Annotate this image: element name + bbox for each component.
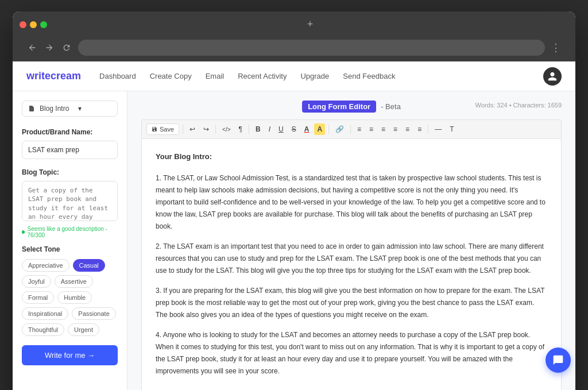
align-center-button[interactable]: ≡	[366, 123, 376, 135]
toolbar-divider-4	[328, 125, 329, 134]
write-for-me-button[interactable]: Write for me →	[22, 345, 118, 365]
avatar[interactable]	[543, 67, 562, 86]
link-button[interactable]: 🔗	[332, 123, 347, 135]
blog-divider: -----	[156, 385, 547, 390]
main-editor: Long Form Editor - Beta Words: 324 • Cha…	[127, 91, 575, 390]
close-button[interactable]	[20, 21, 26, 28]
tone-joyful[interactable]: Joyful	[22, 275, 51, 288]
tone-section-label: Select Tone	[22, 245, 118, 253]
tone-urgent[interactable]: Urgent	[68, 323, 99, 336]
tone-assertive[interactable]: Assertive	[55, 275, 93, 288]
new-tab-button[interactable]: +	[52, 17, 568, 32]
tone-passionate[interactable]: Passionate	[72, 307, 115, 320]
app-content: Blog Intro ▾ Product/Brand Name: Blog To…	[13, 91, 575, 390]
logo: writecream	[26, 70, 81, 82]
tone-casual[interactable]: Casual	[73, 259, 105, 272]
align-left-button[interactable]: ≡	[354, 123, 364, 135]
editor-subtitle: - Beta	[381, 102, 401, 111]
word-count: Words: 324 • Characters: 1659	[421, 102, 562, 109]
ordered-list-button[interactable]: ≡	[415, 123, 424, 135]
highlight-button[interactable]: A	[314, 123, 325, 135]
char-count: Seems like a good description - 76/300	[22, 226, 118, 238]
align-right-button[interactable]: ≡	[378, 123, 388, 135]
nav-links: Dashboard Create Copy Email Recent Activ…	[99, 72, 525, 80]
address-bar[interactable]	[78, 40, 545, 56]
text-format-button[interactable]: T	[447, 123, 457, 135]
sidebar: Blog Intro ▾ Product/Brand Name: Blog To…	[13, 91, 127, 390]
editor-badge: Long Form Editor	[302, 101, 376, 113]
toolbar-divider-2	[215, 125, 216, 134]
product-label: Product/Brand Name:	[22, 128, 118, 136]
tone-thoughtful[interactable]: Thoughtful	[22, 323, 64, 336]
blog-paragraph-2: 2. The LSAT exam is an important test th…	[156, 241, 547, 277]
toolbar-divider-1	[183, 125, 183, 134]
blog-paragraph-1: 1. The LSAT, or Law School Admission Tes…	[156, 172, 547, 233]
top-navigation: writecream Dashboard Create Copy Email R…	[13, 61, 575, 91]
traffic-lights	[20, 21, 47, 28]
align-justify-button[interactable]: ≡	[390, 123, 400, 135]
strikethrough-button[interactable]: S	[289, 123, 299, 135]
maximize-button[interactable]	[40, 21, 47, 28]
bullet-list-button[interactable]: ≡	[403, 123, 412, 135]
tone-appreciative[interactable]: Appreciative	[22, 259, 69, 272]
horizontal-rule-button[interactable]: —	[432, 123, 444, 135]
dropdown-label: Blog Intro	[40, 105, 74, 113]
underline-button[interactable]: U	[276, 123, 287, 135]
nav-recent-activity[interactable]: Recent Activity	[238, 72, 287, 80]
chat-support-button[interactable]	[546, 347, 571, 373]
template-dropdown[interactable]: Blog Intro ▾	[22, 101, 118, 117]
topic-textarea[interactable]	[22, 181, 118, 221]
topic-wrapper	[22, 181, 118, 223]
editor-toolbar: Save ↩ ↪ </> ¶ B I U S A A 🔗	[141, 119, 562, 138]
topic-label: Blog Topic:	[22, 168, 118, 176]
browser-menu-button[interactable]: ⋮	[551, 41, 562, 54]
nav-email[interactable]: Email	[206, 72, 225, 80]
italic-button[interactable]: I	[266, 123, 273, 135]
tone-inspirational[interactable]: Inspirational	[22, 307, 68, 320]
nav-send-feedback[interactable]: Send Feedback	[343, 72, 395, 80]
blog-intro-title: Your Blog Intro:	[156, 150, 547, 163]
product-input[interactable]	[22, 141, 118, 159]
bold-button[interactable]: B	[253, 123, 264, 135]
char-dot-icon	[22, 230, 25, 234]
tone-grid: Appreciative Casual Joyful Assertive For…	[22, 259, 118, 336]
blog-paragraph-3: 3. If you are preparing for the LSAT exa…	[156, 285, 547, 321]
editor-title-row: Long Form Editor - Beta	[281, 101, 421, 113]
toolbar-divider-6	[428, 125, 428, 134]
nav-dashboard[interactable]: Dashboard	[99, 72, 136, 80]
save-button[interactable]: Save	[146, 123, 179, 135]
tone-humble[interactable]: Humble	[57, 291, 92, 304]
forward-button[interactable]	[44, 42, 55, 53]
toolbar-divider-3	[249, 125, 249, 134]
minimize-button[interactable]	[30, 21, 37, 28]
editor-header: Long Form Editor - Beta Words: 324 • Cha…	[141, 101, 562, 113]
font-color-button[interactable]: A	[301, 123, 312, 135]
paragraph-button[interactable]: ¶	[236, 123, 245, 135]
nav-create-copy[interactable]: Create Copy	[150, 72, 192, 80]
code-button[interactable]: </>	[219, 125, 233, 134]
undo-button[interactable]: ↩	[187, 123, 198, 135]
back-button[interactable]	[26, 42, 38, 53]
blog-paragraph-4: 4. Anyone who is looking to study for th…	[156, 329, 547, 377]
dropdown-arrow-icon: ▾	[78, 105, 112, 113]
redo-button[interactable]: ↪	[200, 123, 212, 135]
refresh-button[interactable]	[61, 42, 72, 53]
editor-content[interactable]: Your Blog Intro: 1. The LSAT, or Law Sch…	[141, 138, 562, 390]
tone-formal[interactable]: Formal	[22, 291, 54, 304]
nav-upgrade[interactable]: Upgrade	[300, 72, 329, 80]
toolbar-divider-5	[350, 125, 351, 134]
